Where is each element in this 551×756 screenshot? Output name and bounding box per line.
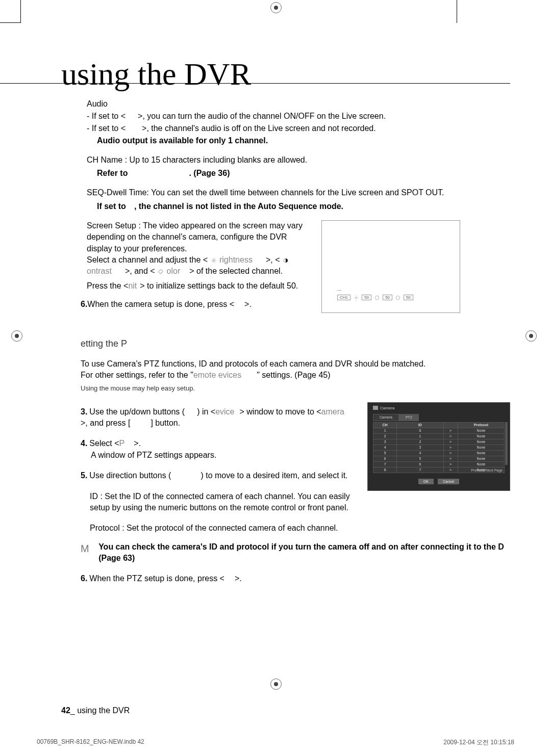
pager-label: Previous/Next Page [471,468,503,472]
preview-channel: CH1 [337,295,350,300]
ptz-table: CH ID Protocol 10>None 21>None 32>None 4… [373,422,505,473]
cancel-button[interactable]: Cancel [438,479,459,484]
step-5: 5.Use direction buttons () to move to a … [81,470,357,481]
brightness-icon [354,295,359,300]
tab-ptz[interactable]: PTZ [399,414,419,421]
registration-mark [525,330,537,342]
camera-icon [373,406,378,410]
scan-date: 2009-12-04 오전 10:15:18 [443,738,514,747]
svg-point-0 [213,259,214,261]
ptz-heading: etting the P [81,338,510,349]
ok-button[interactable]: OK [418,479,434,484]
scan-footer: 00769B_SHR-8162_ENG-NEW.indb 42 2009-12-… [37,738,514,747]
page-footer: 42_ using the DVR [61,706,130,715]
screen-init-text: Press the <nit> to initialize settings b… [87,280,311,292]
preview-contrast: 50 [383,295,392,300]
contrast-icon [283,258,288,263]
note-block: M You can check the camera's ID and prot… [81,541,510,564]
svg-line-5 [212,258,212,259]
protocol-description: Protocol : Set the protocol of the conne… [90,523,510,534]
brightness-icon [211,258,216,263]
audio-heading: Audio [87,99,510,109]
svg-point-10 [355,297,357,298]
audio-line2: - If set to <>, the channel's audio is o… [87,124,510,133]
screen-setup-preview: — CH1 50 50 50 [321,220,460,313]
color-icon [395,295,400,300]
registration-mark [270,679,282,690]
svg-point-16 [396,296,400,300]
chname-refer: Refer to. (Page 36) [97,169,510,178]
screen-setup-text: Screen Setup : The video appeared on the… [87,220,311,254]
registration-mark [270,2,282,13]
contrast-icon [374,295,380,300]
step-6-ptz: 6.When the PTZ setup is done, press <>. [81,573,510,584]
ptz-settings-screenshot: Camera Camera PTZ CH ID Protocol 10>None [367,402,510,491]
audio-note: Audio output is available for only 1 cha… [97,136,510,145]
color-icon [158,269,163,274]
step-4: 4.Select <P>. A window of PTZ settings a… [81,438,357,461]
chname-line: CH Name : Up to 15 characters including … [87,154,510,166]
svg-point-15 [375,296,379,300]
svg-line-8 [215,258,215,259]
preview-brightness: 50 [362,295,371,300]
registration-mark [11,330,22,342]
audio-line1: - If set to <>, you can turn the audio o… [87,112,510,121]
scrollbar[interactable] [505,422,508,465]
step-3: 3.Use the up/down buttons () in <evice> … [81,406,357,429]
source-file: 00769B_SHR-8162_ENG-NEW.indb 42 [37,738,144,747]
ptz-intro: To use Camera's PTZ functions, ID and pr… [81,358,510,381]
tab-camera[interactable]: Camera [373,414,399,421]
screen-adjust-text: Select a channel and adjust the < rightn… [87,254,311,277]
note-icon: M [81,541,89,556]
seq-line: SEQ-Dwell Time: You can set the dwell ti… [87,187,510,198]
id-description: ID : Set the ID of the connected camera … [90,491,357,514]
preview-color: 50 [404,295,413,300]
svg-line-7 [212,262,212,262]
step-6-camera: 6.When the camera setup is done, press <… [81,299,311,310]
svg-line-6 [215,262,215,262]
mouse-tip: Using the mouse may help easy setup. [81,384,510,392]
seq-note: If set to, the channel is not listed in … [97,202,510,211]
